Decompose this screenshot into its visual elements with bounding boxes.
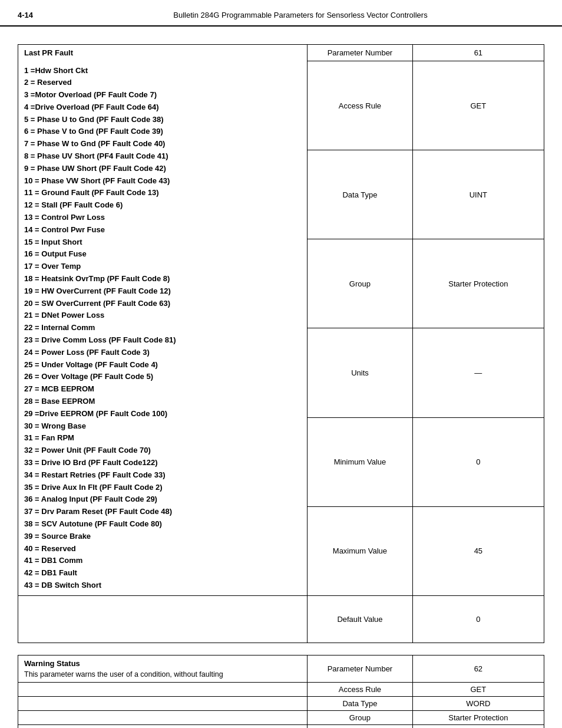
fault-line: 23 = Drive Comm Loss (PF Fault Code 81) — [24, 334, 301, 347]
warn-units-value: — — [412, 724, 544, 728]
warn-units-row: Units — — [18, 724, 544, 728]
warn-datatype-row: Data Type WORD — [18, 696, 544, 710]
warn-datatype-value: WORD — [412, 696, 544, 710]
fault-line: 22 = Internal Comm — [24, 322, 301, 334]
page-title: Bulletin 284G Programmable Parameters fo… — [57, 11, 544, 19]
page-number: 4-14 — [18, 11, 33, 19]
param-number-value-1: 61 — [412, 45, 544, 61]
fault-line: 24 = Power Loss (PF Fault Code 3) — [24, 347, 301, 359]
warn-param-value: 62 — [412, 655, 544, 682]
fault-line: 34 = Restart Retries (PF Fault Code 33) — [24, 469, 301, 482]
fault-line: 9 = Phase UW Short (PF Fault Code 42) — [24, 163, 301, 175]
fault-line: 43 = DB Switch Short — [24, 579, 301, 592]
fault-line: 10 = Phase VW Short (PF Fault Code 43) — [24, 175, 301, 187]
fault-line: 35 = Drive Aux In Flt (PF Fault Code 2) — [24, 482, 301, 494]
max-value-1: 45 — [412, 506, 544, 595]
warning-status-table: Warning Status This parameter warns the … — [18, 655, 544, 728]
fault-line: 33 = Drive IO Brd (PF Fault Code122) — [24, 457, 301, 469]
warn-group-label: Group — [308, 710, 413, 724]
warn-access-label: Access Rule — [308, 682, 413, 696]
page-header: 4-14 Bulletin 284G Programmable Paramete… — [0, 0, 562, 27]
access-rule-label-1: Access Rule — [308, 61, 413, 150]
warn-datatype-label: Data Type — [308, 696, 413, 710]
last-pr-fault-table: Last PR Fault Parameter Number 61 1 =Hdw… — [18, 44, 544, 643]
fault-line: 21 = DNet Power Loss — [24, 309, 301, 322]
warning-status-title: Warning Status — [24, 659, 301, 668]
last-pr-fault-title: Last PR Fault — [24, 48, 73, 57]
fault-line: 28 = Base EEPROM — [24, 396, 301, 408]
fault-line: 20 = SW OverCurrent (PF Fault Code 63) — [24, 298, 301, 310]
access-rule-value-1: GET — [412, 61, 544, 150]
units-value-1: — — [412, 328, 544, 417]
fault-line: 36 = Analog Input (PF Fault Code 29) — [24, 493, 301, 506]
data-type-value-1: UINT — [412, 150, 544, 239]
group-value-1: Starter Protection — [412, 239, 544, 328]
fault-line: 12 = Stall (PF Fault Code 6) — [24, 199, 301, 212]
min-value-1: 0 — [412, 417, 544, 506]
fault-line: 29 =Drive EEPROM (PF Fault Code 100) — [24, 408, 301, 420]
default-value-1: 0 — [412, 595, 544, 643]
warn-group-row: Group Starter Protection — [18, 710, 544, 724]
fault-line: 1 =Hdw Short Ckt — [24, 65, 301, 77]
fault-line: 25 = Under Voltage (PF Fault Code 4) — [24, 359, 301, 371]
fault-line: 14 = Control Pwr Fuse — [24, 224, 301, 236]
fault-line: 11 = Ground Fault (PF Fault Code 13) — [24, 187, 301, 199]
fault-line: 40 = Reserved — [24, 543, 301, 555]
fault-line: 41 = DB1 Comm — [24, 555, 301, 567]
fault-line: 30 = Wrong Base — [24, 420, 301, 433]
warn-units-label: Units — [308, 724, 413, 728]
fault-line: 32 = Power Unit (PF Fault Code 70) — [24, 444, 301, 457]
default-row-1: Default Value 0 — [18, 595, 544, 643]
page-content: Last PR Fault Parameter Number 61 1 =Hdw… — [0, 44, 562, 728]
fault-line: 7 = Phase W to Gnd (PF Fault Code 40) — [24, 138, 301, 150]
group-label-1: Group — [308, 239, 413, 328]
fault-lines: 1 =Hdw Short Ckt2 = Reserved3 =Motor Ove… — [24, 65, 301, 592]
fault-line: 27 = MCB EEPROM — [24, 383, 301, 396]
warn-param-label: Parameter Number — [308, 655, 413, 682]
fault-line: 39 = Source Brake — [24, 531, 301, 543]
fault-line: 6 = Phase V to Gnd (PF Fault Code 39) — [24, 126, 301, 138]
warn-access-value: GET — [412, 682, 544, 696]
default-label-1: Default Value — [308, 595, 413, 643]
warning-status-desc: This parameter warns the user of a condi… — [24, 668, 301, 678]
fault-line: 2 = Reserved — [24, 77, 301, 89]
param-number-label-1: Parameter Number — [308, 45, 413, 61]
units-label-1: Units — [308, 328, 413, 417]
max-label-1: Maximum Value — [308, 506, 413, 595]
fault-access-row: 1 =Hdw Short Ckt2 = Reserved3 =Motor Ove… — [18, 61, 544, 150]
fault-line: 19 = HW OverCurrent (PF Fault Code 12) — [24, 285, 301, 298]
section-title-row: Last PR Fault Parameter Number 61 — [18, 45, 544, 61]
data-type-label-1: Data Type — [308, 150, 413, 239]
min-label-1: Minimum Value — [308, 417, 413, 506]
fault-line: 18 = Heatsink OvrTmp (PF Fault Code 8) — [24, 273, 301, 285]
fault-line: 42 = DB1 Fault — [24, 567, 301, 579]
fault-line: 8 = Phase UV Short (PF4 Fault Code 41) — [24, 150, 301, 163]
fault-line: 5 = Phase U to Gnd (PF Fault Code 38) — [24, 114, 301, 126]
warn-group-value: Starter Protection — [412, 710, 544, 724]
warn-title-row: Warning Status This parameter warns the … — [18, 655, 544, 682]
fault-line: 37 = Drv Param Reset (PF Fault Code 48) — [24, 506, 301, 518]
fault-line: 31 = Fan RPM — [24, 432, 301, 444]
fault-line: 3 =Motor Overload (PF Fault Code 7) — [24, 89, 301, 101]
fault-line: 13 = Control Pwr Loss — [24, 212, 301, 224]
fault-line: 16 = Output Fuse — [24, 248, 301, 261]
fault-line: 15 = Input Short — [24, 236, 301, 249]
fault-line: 26 = Over Voltage (PF Fault Code 5) — [24, 371, 301, 383]
fault-line: 4 =Drive Overload (PF Fault Code 64) — [24, 101, 301, 114]
warn-access-row: Access Rule GET — [18, 682, 544, 696]
fault-line: 38 = SCV Autotune (PF Fault Code 80) — [24, 518, 301, 531]
page: 4-14 Bulletin 284G Programmable Paramete… — [0, 0, 562, 728]
fault-line: 17 = Over Temp — [24, 261, 301, 273]
